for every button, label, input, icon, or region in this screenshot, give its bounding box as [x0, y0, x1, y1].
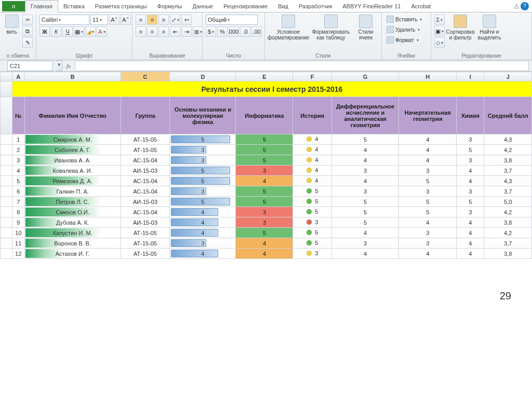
cell-physics[interactable]: 4: [170, 207, 236, 217]
cell-informatics[interactable]: 5: [236, 155, 293, 166]
cell-group[interactable]: АС-15-04: [121, 186, 170, 197]
cell-geom[interactable]: 4: [399, 155, 457, 166]
cell-avg[interactable]: 3,8: [484, 217, 532, 228]
spreadsheet-grid[interactable]: A B C D E F G H I J Результаты сессии I …: [0, 72, 532, 259]
align-center-button[interactable]: ≡: [147, 26, 157, 37]
table-row[interactable]: 8Смехов О.И.АС-15-044355534,2: [1, 207, 532, 217]
cell-history[interactable]: 4: [293, 176, 332, 186]
column-header[interactable]: B: [24, 72, 121, 81]
cell-history[interactable]: 4: [293, 155, 332, 166]
cell-informatics[interactable]: 5: [236, 134, 293, 145]
tab-acrobat[interactable]: Acrobat: [406, 0, 436, 12]
row-header[interactable]: [1, 228, 12, 238]
indent-inc-button[interactable]: ⇥: [181, 26, 192, 37]
cell-physics[interactable]: 5: [170, 134, 236, 145]
cell-avg[interactable]: 4,3: [484, 134, 532, 145]
cell-chem[interactable]: 4: [457, 228, 484, 238]
accounting-button[interactable]: $: [206, 26, 216, 37]
tab-insert[interactable]: Вставка: [58, 0, 90, 12]
paste-button[interactable]: вить: [3, 15, 20, 35]
cut-button[interactable]: ✂: [22, 15, 33, 25]
cell-avg[interactable]: 3,7: [484, 186, 532, 197]
table-header[interactable]: Основы механики и молекулярная физика: [170, 97, 236, 134]
cell-geom[interactable]: 3: [399, 186, 457, 197]
cell-geom[interactable]: 5: [399, 176, 457, 186]
cell-number[interactable]: 6: [12, 186, 24, 197]
autosum-button[interactable]: Σ: [434, 15, 445, 25]
row-header[interactable]: [1, 197, 12, 207]
table-header[interactable]: Информатика: [236, 97, 293, 134]
cell-informatics[interactable]: 3: [236, 166, 293, 176]
delete-cells-button[interactable]: Удалить: [385, 25, 421, 34]
cell-group[interactable]: АИ-15-03: [121, 197, 170, 207]
cell-physics[interactable]: 5: [170, 197, 236, 207]
decrease-font-button[interactable]: A˅: [121, 15, 131, 25]
cell-chem[interactable]: 3: [457, 207, 484, 217]
cell-number[interactable]: 2: [12, 145, 24, 155]
sort-filter-button[interactable]: Сортировка и фильтр: [447, 15, 474, 40]
fill-color-button[interactable]: ◢: [85, 26, 96, 37]
cell-avg[interactable]: 4,2: [484, 228, 532, 238]
cell-number[interactable]: 5: [12, 176, 24, 186]
cell-history[interactable]: 5: [293, 186, 332, 197]
cell-avg[interactable]: 3,8: [484, 155, 532, 166]
cell-calc[interactable]: 5: [331, 217, 398, 228]
row-header[interactable]: [1, 134, 12, 145]
copy-button[interactable]: ⧉: [22, 26, 33, 36]
sheet-title[interactable]: Результаты сессии I семестр 2015-2016: [12, 81, 531, 97]
align-right-button[interactable]: ≡: [158, 26, 169, 37]
font-size-select[interactable]: 11: [90, 15, 108, 25]
cell-avg[interactable]: 4,3: [484, 176, 532, 186]
table-row[interactable]: 1Смирнов А. М.АТ-15-055545434,3: [1, 134, 532, 145]
tab-home[interactable]: Главная: [25, 0, 58, 12]
cell-geom[interactable]: 4: [399, 249, 457, 259]
row-header[interactable]: [1, 249, 12, 259]
row-header[interactable]: [1, 176, 12, 186]
cell-group[interactable]: АС-15-04: [121, 207, 170, 217]
cell-avg[interactable]: 3,7: [484, 166, 532, 176]
cell-informatics[interactable]: 5: [236, 228, 293, 238]
cell-chem[interactable]: 5: [457, 197, 484, 207]
table-row[interactable]: 5Ремезова Д. А.АС-15-045444544,3: [1, 176, 532, 186]
cell-number[interactable]: 8: [12, 207, 24, 217]
cell-number[interactable]: 10: [12, 228, 24, 238]
cell-avg[interactable]: 3,8: [484, 249, 532, 259]
cell-group[interactable]: АТ-15-05: [121, 228, 170, 238]
cell-chem[interactable]: 4: [457, 176, 484, 186]
cell-calc[interactable]: 3: [331, 186, 398, 197]
align-middle-button[interactable]: ≡: [147, 15, 157, 25]
cell-group[interactable]: АИ-15-03: [121, 166, 170, 176]
align-top-button[interactable]: ≡: [136, 15, 146, 25]
bold-button[interactable]: Ж: [39, 26, 50, 37]
number-format-select[interactable]: Общий: [206, 15, 258, 25]
cell-physics[interactable]: 3: [170, 155, 236, 166]
column-header[interactable]: F: [293, 72, 332, 81]
table-row[interactable]: 10Капустин И. М.АТ-15-054554344,2: [1, 228, 532, 238]
column-header[interactable]: D: [170, 72, 236, 81]
cell-physics[interactable]: 5: [170, 166, 236, 176]
cell-chem[interactable]: 3: [457, 155, 484, 166]
tab-view[interactable]: Вид: [273, 0, 294, 12]
cell-informatics[interactable]: 4: [236, 238, 293, 249]
tab-formulas[interactable]: Формулы: [152, 0, 188, 12]
column-header[interactable]: C: [121, 72, 170, 81]
cell-chem[interactable]: 3: [457, 186, 484, 197]
cell-calc[interactable]: 5: [331, 197, 398, 207]
cell-calc[interactable]: 4: [331, 249, 398, 259]
cell-physics[interactable]: 3: [170, 186, 236, 197]
conditional-formatting-button[interactable]: Условное форматирование: [268, 15, 309, 40]
fx-icon[interactable]: fx: [66, 63, 71, 69]
cell-name[interactable]: Петров Л. С.: [24, 197, 121, 207]
table-header[interactable]: История: [293, 97, 332, 134]
font-color-button[interactable]: A: [97, 26, 107, 37]
cell-name[interactable]: Смехов О.И.: [24, 207, 121, 217]
table-header[interactable]: Фамилия Имя Отчество: [24, 97, 121, 134]
cell-informatics[interactable]: 5: [236, 186, 293, 197]
cell-group[interactable]: АТ-15-05: [121, 134, 170, 145]
column-header[interactable]: G: [331, 72, 398, 81]
tab-data[interactable]: Данные: [187, 0, 218, 12]
fill-button[interactable]: ▣: [434, 26, 445, 36]
name-box[interactable]: C21: [7, 61, 53, 71]
cell-geom[interactable]: 3: [399, 228, 457, 238]
increase-font-button[interactable]: A˄: [109, 15, 119, 25]
